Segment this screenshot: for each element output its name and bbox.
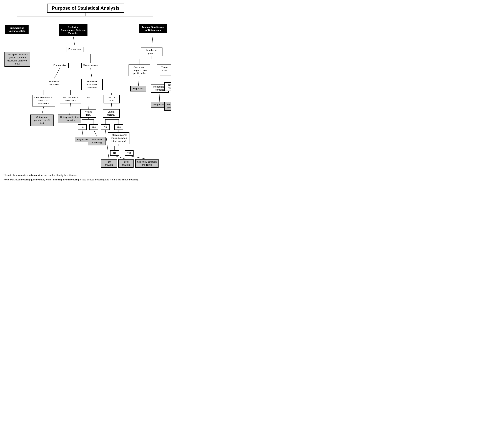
- node-one-mean: One: mean compared to a specific value: [128, 64, 150, 76]
- svg-line-42: [129, 156, 147, 159]
- svg-line-30: [94, 130, 97, 137]
- footnote-area: * Also includes manifest indicators that…: [4, 174, 168, 182]
- footnote-note-text: Multilevel modeling goes by many terms, …: [10, 178, 139, 181]
- svg-line-18: [70, 103, 71, 115]
- node-multilevel-yes: Multilevel modeling: [88, 137, 106, 146]
- svg-line-48: [138, 76, 139, 86]
- footnote-note-bold: Note:: [4, 178, 10, 181]
- node-summarizing: Summarizing Univariate Data: [5, 25, 28, 34]
- node-descriptive: Descriptive Statistics (mean, standard d…: [4, 52, 30, 67]
- node-exploring: Exploring Associations Between Variables: [59, 24, 88, 36]
- node-factor-analysis: Factor analysis: [118, 159, 134, 168]
- node-number-outcome: Number of Outcome Variables*: [81, 79, 103, 90]
- svg-line-23: [88, 101, 88, 109]
- node-yes-latent: Yes: [114, 124, 123, 130]
- node-path-analysis: Path analysis: [101, 159, 117, 168]
- node-chi-square-gof: Chi-square goodness-of-fit test: [30, 115, 54, 126]
- node-testing: Testing Significance of Differences: [139, 24, 167, 33]
- footnote-asterisk: * Also includes manifest indicators that…: [4, 174, 168, 177]
- node-sem: Structural equation modeling: [135, 159, 159, 168]
- node-estimate-causal: Estimate causal effects between latent f…: [108, 132, 129, 144]
- footnote-note: Note: Multilevel modeling goes by many t…: [4, 178, 168, 182]
- node-no-causal: No: [110, 150, 119, 156]
- node-two-or-more-right: Two or more: [157, 64, 171, 73]
- node-no-nested: No: [78, 124, 87, 130]
- node-form-of-data: Form of data: [66, 47, 84, 52]
- svg-line-11: [54, 68, 60, 79]
- node-number-variables: Number of Variables: [44, 79, 64, 87]
- svg-line-29: [82, 130, 83, 137]
- svg-line-24: [111, 103, 112, 109]
- node-two-tested: Two: tested for association: [60, 95, 81, 103]
- node-yes-nested: Yes: [89, 124, 98, 130]
- node-number-groups: Number of groups: [141, 47, 162, 56]
- node-nested-data: Nested data?: [80, 109, 96, 118]
- node-latent-factors: Latent factors?: [103, 109, 120, 118]
- node-chi-square-assoc: Chi-square test for association: [58, 115, 81, 123]
- svg-line-43: [152, 33, 153, 47]
- node-regression-one-mean: Regression: [130, 86, 146, 91]
- node-measurements: Measurements: [81, 63, 100, 68]
- node-related-samples: Related samples: [164, 82, 171, 91]
- svg-line-53: [159, 93, 160, 102]
- node-two-more-outcome: Two or more: [104, 95, 120, 103]
- node-one-compared: One: compared to theoretical distributio…: [32, 95, 55, 107]
- svg-line-41: [115, 156, 126, 159]
- node-frequencies: Frequencies: [51, 63, 69, 68]
- node-yes-causal: Yes: [125, 150, 134, 156]
- svg-line-12: [91, 68, 92, 79]
- svg-line-17: [42, 107, 44, 115]
- svg-line-6: [73, 36, 75, 47]
- node-multilevel-related: Multilevel modeling: [164, 102, 171, 110]
- page-title: Purpose of Statistical Analysis: [47, 4, 124, 13]
- node-no-latent: No: [101, 124, 110, 130]
- node-one-outcome: One: [82, 95, 94, 101]
